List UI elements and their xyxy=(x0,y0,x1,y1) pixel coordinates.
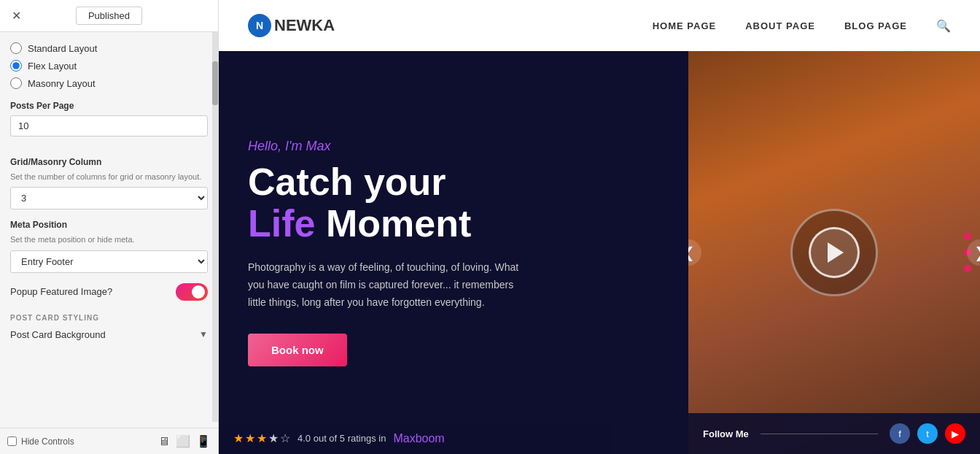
dot-3 xyxy=(964,265,971,272)
hero-description: Photography is a way of feeling, of touc… xyxy=(248,259,525,311)
play-icon xyxy=(828,242,844,263)
meta-position-label: Meta Position xyxy=(10,220,208,230)
social-icons: f t ▶ xyxy=(890,423,965,444)
grid-masonry-label: Grid/Masonry Column xyxy=(10,157,208,167)
toggle-slider xyxy=(176,283,208,301)
follow-me-text: Follow Me xyxy=(703,428,749,439)
settings-panel: ✕ Published Standard Layout Flex Layout … xyxy=(0,0,219,454)
post-card-styling-heading: POST CARD STYLING xyxy=(10,311,208,322)
panel-header: ✕ Published xyxy=(0,0,218,32)
post-card-bg-row[interactable]: Post Card Background ▼ xyxy=(10,329,208,345)
meta-position-desc: Set the meta position or hide meta. xyxy=(10,234,208,245)
star-3: ★ xyxy=(257,431,267,445)
follow-line xyxy=(761,434,878,434)
follow-bar: Follow Me f t ▶ xyxy=(688,413,980,454)
flex-layout-radio[interactable] xyxy=(10,60,22,72)
nav-links: HOME PAGE ABOUT PAGE BLOG PAGE 🔍 xyxy=(653,19,951,33)
close-button[interactable]: ✕ xyxy=(7,7,25,25)
grid-masonry-section: Grid/Masonry Column Set the number of co… xyxy=(10,157,208,209)
post-card-bg-label: Post Card Background xyxy=(10,329,106,340)
star-4: ★ xyxy=(268,431,279,445)
hero-title-life: Life xyxy=(248,202,315,245)
meta-position-select[interactable]: Entry Header Entry Footer Hidden xyxy=(10,250,208,273)
rating-link[interactable]: Maxboom xyxy=(393,432,444,445)
preview-nav: N NEWKA HOME PAGE ABOUT PAGE BLOG PAGE 🔍 xyxy=(219,0,980,51)
brand-icon: N xyxy=(248,14,271,37)
tablet-icon[interactable]: ⬜ xyxy=(176,434,190,448)
flex-layout-label: Flex Layout xyxy=(28,61,77,72)
masonry-layout-option[interactable]: Masonry Layout xyxy=(10,77,208,89)
scrollbar[interactable] xyxy=(212,32,218,422)
chevron-down-icon: ▼ xyxy=(199,329,208,339)
hero-left: Hello, I'm Max Catch your Life Moment Ph… xyxy=(219,51,688,454)
rating-text: 4.0 out of 5 ratings in xyxy=(298,433,386,444)
masonry-layout-label: Masonry Layout xyxy=(28,78,96,89)
hero-title-line1: Catch your xyxy=(248,161,446,203)
youtube-icon[interactable]: ▶ xyxy=(945,423,965,444)
hero-right: ❮ ❯ Follow Me f t ▶ xyxy=(688,51,980,454)
flex-layout-option[interactable]: Flex Layout xyxy=(10,60,208,72)
meta-position-section: Meta Position Set the meta position or h… xyxy=(10,220,208,272)
play-button[interactable] xyxy=(809,227,860,278)
standard-layout-radio[interactable] xyxy=(10,42,22,54)
cta-button[interactable]: Book now xyxy=(248,334,347,366)
hide-controls-section: Hide Controls xyxy=(7,436,74,447)
posts-per-page-input[interactable] xyxy=(10,115,208,136)
standard-layout-option[interactable]: Standard Layout xyxy=(10,42,208,54)
brand-name: NEWKA xyxy=(274,16,335,35)
masonry-layout-radio[interactable] xyxy=(10,77,22,89)
scroll-thumb xyxy=(212,61,218,105)
standard-layout-label: Standard Layout xyxy=(28,43,97,54)
popup-featured-row: Popup Featured Image? xyxy=(10,283,208,301)
hero-section: Hello, I'm Max Catch your Life Moment Ph… xyxy=(219,51,980,454)
facebook-icon[interactable]: f xyxy=(890,423,910,444)
posts-per-page-section: Posts Per Page xyxy=(10,101,208,147)
popup-featured-toggle[interactable] xyxy=(176,283,208,301)
published-button[interactable]: Published xyxy=(76,7,142,25)
preview-panel: N NEWKA HOME PAGE ABOUT PAGE BLOG PAGE 🔍… xyxy=(219,0,980,454)
panel-footer: Hide Controls 🖥 ⬜ 📱 xyxy=(0,428,218,454)
layout-options: Standard Layout Flex Layout Masonry Layo… xyxy=(10,42,208,89)
search-icon[interactable]: 🔍 xyxy=(936,19,951,33)
footer-device-icons: 🖥 ⬜ 📱 xyxy=(158,434,211,448)
hide-controls-label: Hide Controls xyxy=(21,436,74,447)
desktop-icon[interactable]: 🖥 xyxy=(158,435,170,448)
star-2: ★ xyxy=(245,431,255,445)
grid-masonry-select[interactable]: 1 2 3 4 5 xyxy=(10,187,208,209)
nav-blog[interactable]: BLOG PAGE xyxy=(844,20,907,31)
hero-title-line2: Moment xyxy=(326,202,471,245)
mobile-icon[interactable]: 📱 xyxy=(196,434,211,448)
grid-masonry-desc: Set the number of columns for grid or ma… xyxy=(10,172,208,182)
hero-subtitle: Hello, I'm Max xyxy=(248,139,659,154)
rating-bar: ★ ★ ★ ★ ☆ 4.0 out of 5 ratings in Maxboo… xyxy=(219,423,612,454)
star-5: ☆ xyxy=(280,431,290,445)
twitter-icon[interactable]: t xyxy=(917,423,938,444)
posts-per-page-label: Posts Per Page xyxy=(10,101,208,111)
star-rating: ★ ★ ★ ★ ☆ xyxy=(233,431,290,445)
camera-overlay xyxy=(790,209,878,296)
hide-controls-checkbox[interactable] xyxy=(7,436,17,446)
nav-about[interactable]: ABOUT PAGE xyxy=(745,20,815,31)
popup-featured-label: Popup Featured Image? xyxy=(10,286,112,297)
brand-logo: N NEWKA xyxy=(248,14,335,37)
dot-1 xyxy=(964,233,971,240)
nav-home[interactable]: HOME PAGE xyxy=(653,20,717,31)
preview-area: N NEWKA HOME PAGE ABOUT PAGE BLOG PAGE 🔍… xyxy=(219,0,980,454)
panel-content: Standard Layout Flex Layout Masonry Layo… xyxy=(0,32,218,428)
hero-title: Catch your Life Moment xyxy=(248,161,659,245)
star-1: ★ xyxy=(233,431,244,445)
